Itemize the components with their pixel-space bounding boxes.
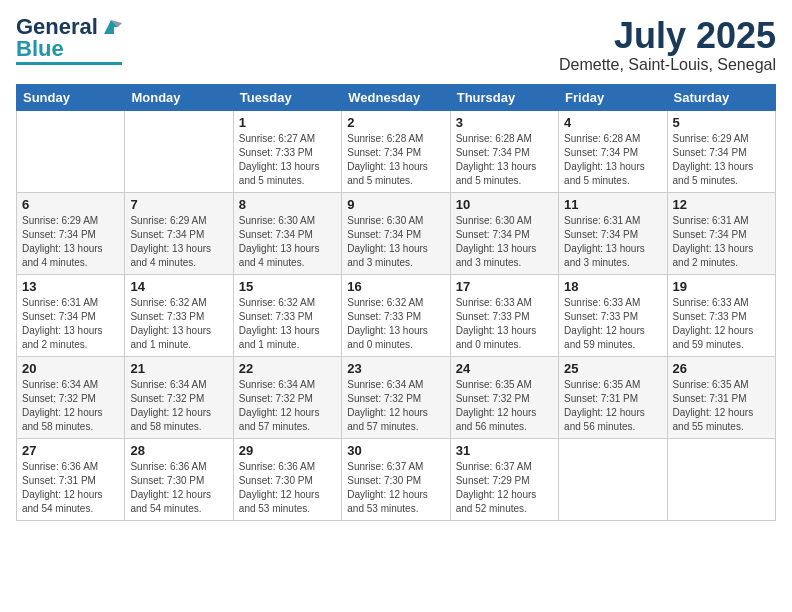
calendar-cell: 24Sunrise: 6:35 AM Sunset: 7:32 PM Dayli… bbox=[450, 356, 558, 438]
calendar-cell: 22Sunrise: 6:34 AM Sunset: 7:32 PM Dayli… bbox=[233, 356, 341, 438]
calendar-cell: 5Sunrise: 6:29 AM Sunset: 7:34 PM Daylig… bbox=[667, 110, 775, 192]
calendar-cell: 14Sunrise: 6:32 AM Sunset: 7:33 PM Dayli… bbox=[125, 274, 233, 356]
day-info: Sunrise: 6:34 AM Sunset: 7:32 PM Dayligh… bbox=[347, 378, 444, 434]
day-info: Sunrise: 6:29 AM Sunset: 7:34 PM Dayligh… bbox=[130, 214, 227, 270]
day-info: Sunrise: 6:37 AM Sunset: 7:30 PM Dayligh… bbox=[347, 460, 444, 516]
calendar-week-row: 1Sunrise: 6:27 AM Sunset: 7:33 PM Daylig… bbox=[17, 110, 776, 192]
day-info: Sunrise: 6:30 AM Sunset: 7:34 PM Dayligh… bbox=[239, 214, 336, 270]
calendar-cell bbox=[667, 438, 775, 520]
day-info: Sunrise: 6:29 AM Sunset: 7:34 PM Dayligh… bbox=[22, 214, 119, 270]
weekday-header-monday: Monday bbox=[125, 84, 233, 110]
day-number: 31 bbox=[456, 443, 553, 458]
weekday-header-tuesday: Tuesday bbox=[233, 84, 341, 110]
day-number: 28 bbox=[130, 443, 227, 458]
day-number: 3 bbox=[456, 115, 553, 130]
weekday-header-thursday: Thursday bbox=[450, 84, 558, 110]
calendar-cell: 30Sunrise: 6:37 AM Sunset: 7:30 PM Dayli… bbox=[342, 438, 450, 520]
calendar-table: SundayMondayTuesdayWednesdayThursdayFrid… bbox=[16, 84, 776, 521]
calendar-cell: 26Sunrise: 6:35 AM Sunset: 7:31 PM Dayli… bbox=[667, 356, 775, 438]
weekday-header-friday: Friday bbox=[559, 84, 667, 110]
day-info: Sunrise: 6:32 AM Sunset: 7:33 PM Dayligh… bbox=[239, 296, 336, 352]
day-number: 20 bbox=[22, 361, 119, 376]
day-number: 23 bbox=[347, 361, 444, 376]
day-number: 18 bbox=[564, 279, 661, 294]
day-number: 25 bbox=[564, 361, 661, 376]
day-number: 9 bbox=[347, 197, 444, 212]
day-info: Sunrise: 6:34 AM Sunset: 7:32 PM Dayligh… bbox=[22, 378, 119, 434]
logo-text-blue: Blue bbox=[16, 38, 64, 60]
calendar-cell: 10Sunrise: 6:30 AM Sunset: 7:34 PM Dayli… bbox=[450, 192, 558, 274]
day-info: Sunrise: 6:35 AM Sunset: 7:31 PM Dayligh… bbox=[673, 378, 770, 434]
calendar-cell: 1Sunrise: 6:27 AM Sunset: 7:33 PM Daylig… bbox=[233, 110, 341, 192]
logo-text-general: General bbox=[16, 16, 98, 38]
day-info: Sunrise: 6:28 AM Sunset: 7:34 PM Dayligh… bbox=[347, 132, 444, 188]
calendar-cell: 15Sunrise: 6:32 AM Sunset: 7:33 PM Dayli… bbox=[233, 274, 341, 356]
day-number: 21 bbox=[130, 361, 227, 376]
page-header: General Blue July 2025 Demette, Saint-Lo… bbox=[16, 16, 776, 74]
calendar-cell: 20Sunrise: 6:34 AM Sunset: 7:32 PM Dayli… bbox=[17, 356, 125, 438]
day-number: 4 bbox=[564, 115, 661, 130]
day-info: Sunrise: 6:33 AM Sunset: 7:33 PM Dayligh… bbox=[673, 296, 770, 352]
day-info: Sunrise: 6:31 AM Sunset: 7:34 PM Dayligh… bbox=[673, 214, 770, 270]
day-info: Sunrise: 6:36 AM Sunset: 7:31 PM Dayligh… bbox=[22, 460, 119, 516]
day-number: 13 bbox=[22, 279, 119, 294]
day-number: 1 bbox=[239, 115, 336, 130]
day-info: Sunrise: 6:33 AM Sunset: 7:33 PM Dayligh… bbox=[564, 296, 661, 352]
day-info: Sunrise: 6:33 AM Sunset: 7:33 PM Dayligh… bbox=[456, 296, 553, 352]
day-number: 2 bbox=[347, 115, 444, 130]
calendar-cell: 4Sunrise: 6:28 AM Sunset: 7:34 PM Daylig… bbox=[559, 110, 667, 192]
logo-icon bbox=[100, 16, 122, 38]
calendar-header-row: SundayMondayTuesdayWednesdayThursdayFrid… bbox=[17, 84, 776, 110]
calendar-week-row: 27Sunrise: 6:36 AM Sunset: 7:31 PM Dayli… bbox=[17, 438, 776, 520]
calendar-cell: 12Sunrise: 6:31 AM Sunset: 7:34 PM Dayli… bbox=[667, 192, 775, 274]
day-info: Sunrise: 6:30 AM Sunset: 7:34 PM Dayligh… bbox=[347, 214, 444, 270]
day-number: 5 bbox=[673, 115, 770, 130]
day-number: 10 bbox=[456, 197, 553, 212]
day-info: Sunrise: 6:34 AM Sunset: 7:32 PM Dayligh… bbox=[239, 378, 336, 434]
calendar-cell: 9Sunrise: 6:30 AM Sunset: 7:34 PM Daylig… bbox=[342, 192, 450, 274]
day-number: 29 bbox=[239, 443, 336, 458]
weekday-header-saturday: Saturday bbox=[667, 84, 775, 110]
day-info: Sunrise: 6:27 AM Sunset: 7:33 PM Dayligh… bbox=[239, 132, 336, 188]
calendar-cell: 29Sunrise: 6:36 AM Sunset: 7:30 PM Dayli… bbox=[233, 438, 341, 520]
weekday-header-wednesday: Wednesday bbox=[342, 84, 450, 110]
day-number: 19 bbox=[673, 279, 770, 294]
day-info: Sunrise: 6:31 AM Sunset: 7:34 PM Dayligh… bbox=[22, 296, 119, 352]
calendar-cell bbox=[17, 110, 125, 192]
calendar-cell bbox=[125, 110, 233, 192]
day-number: 11 bbox=[564, 197, 661, 212]
day-number: 6 bbox=[22, 197, 119, 212]
calendar-week-row: 6Sunrise: 6:29 AM Sunset: 7:34 PM Daylig… bbox=[17, 192, 776, 274]
logo: General Blue bbox=[16, 16, 122, 65]
day-info: Sunrise: 6:32 AM Sunset: 7:33 PM Dayligh… bbox=[347, 296, 444, 352]
day-info: Sunrise: 6:30 AM Sunset: 7:34 PM Dayligh… bbox=[456, 214, 553, 270]
calendar-cell bbox=[559, 438, 667, 520]
day-info: Sunrise: 6:29 AM Sunset: 7:34 PM Dayligh… bbox=[673, 132, 770, 188]
day-info: Sunrise: 6:36 AM Sunset: 7:30 PM Dayligh… bbox=[130, 460, 227, 516]
calendar-cell: 13Sunrise: 6:31 AM Sunset: 7:34 PM Dayli… bbox=[17, 274, 125, 356]
day-number: 30 bbox=[347, 443, 444, 458]
day-number: 14 bbox=[130, 279, 227, 294]
weekday-header-sunday: Sunday bbox=[17, 84, 125, 110]
day-number: 26 bbox=[673, 361, 770, 376]
calendar-cell: 25Sunrise: 6:35 AM Sunset: 7:31 PM Dayli… bbox=[559, 356, 667, 438]
day-number: 12 bbox=[673, 197, 770, 212]
location-title: Demette, Saint-Louis, Senegal bbox=[559, 56, 776, 74]
calendar-cell: 19Sunrise: 6:33 AM Sunset: 7:33 PM Dayli… bbox=[667, 274, 775, 356]
calendar-cell: 11Sunrise: 6:31 AM Sunset: 7:34 PM Dayli… bbox=[559, 192, 667, 274]
calendar-week-row: 20Sunrise: 6:34 AM Sunset: 7:32 PM Dayli… bbox=[17, 356, 776, 438]
calendar-cell: 17Sunrise: 6:33 AM Sunset: 7:33 PM Dayli… bbox=[450, 274, 558, 356]
calendar-cell: 2Sunrise: 6:28 AM Sunset: 7:34 PM Daylig… bbox=[342, 110, 450, 192]
calendar-cell: 18Sunrise: 6:33 AM Sunset: 7:33 PM Dayli… bbox=[559, 274, 667, 356]
calendar-cell: 31Sunrise: 6:37 AM Sunset: 7:29 PM Dayli… bbox=[450, 438, 558, 520]
day-info: Sunrise: 6:32 AM Sunset: 7:33 PM Dayligh… bbox=[130, 296, 227, 352]
day-number: 8 bbox=[239, 197, 336, 212]
day-number: 7 bbox=[130, 197, 227, 212]
calendar-cell: 28Sunrise: 6:36 AM Sunset: 7:30 PM Dayli… bbox=[125, 438, 233, 520]
day-info: Sunrise: 6:34 AM Sunset: 7:32 PM Dayligh… bbox=[130, 378, 227, 434]
calendar-cell: 23Sunrise: 6:34 AM Sunset: 7:32 PM Dayli… bbox=[342, 356, 450, 438]
calendar-cell: 6Sunrise: 6:29 AM Sunset: 7:34 PM Daylig… bbox=[17, 192, 125, 274]
title-area: July 2025 Demette, Saint-Louis, Senegal bbox=[559, 16, 776, 74]
day-number: 27 bbox=[22, 443, 119, 458]
day-number: 24 bbox=[456, 361, 553, 376]
